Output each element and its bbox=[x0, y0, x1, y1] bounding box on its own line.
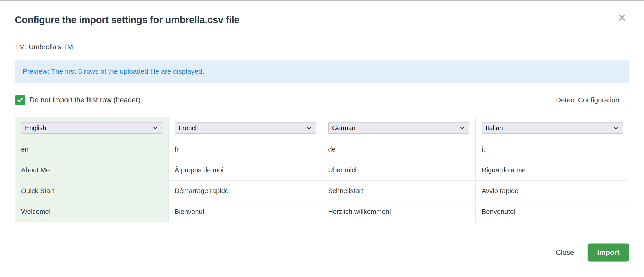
column-1-language-select[interactable]: English bbox=[21, 122, 162, 134]
table-cell: Avvio rapido bbox=[476, 181, 629, 201]
checkmark-icon bbox=[17, 97, 24, 103]
preview-banner: Preview: The first 5 rows of the uploade… bbox=[15, 60, 629, 83]
table-cell: Herzlich willkommen! bbox=[322, 202, 476, 222]
language-select-wrap: Italian bbox=[482, 122, 623, 134]
detect-configuration-button[interactable]: Detect Configuration bbox=[546, 91, 630, 109]
column-4-language-select[interactable]: Italian bbox=[482, 122, 623, 134]
table-cell: Riguardo a me bbox=[476, 160, 629, 180]
column-2-language-select[interactable]: French bbox=[175, 122, 316, 134]
preview-table: English French German bbox=[15, 117, 629, 222]
table-cell: Bienvenu! bbox=[169, 202, 322, 222]
table-cell: Über mich bbox=[322, 160, 476, 180]
import-button[interactable]: Import bbox=[588, 244, 629, 262]
table-cell: Welcome! bbox=[15, 202, 169, 222]
window-top-edge bbox=[0, 0, 644, 0]
table-cell: Schnellstart bbox=[322, 181, 476, 201]
table-row: Welcome! Bienvenu! Herzlich willkommen! … bbox=[15, 201, 629, 222]
column-3-language-select[interactable]: German bbox=[328, 122, 470, 134]
skip-header-checkbox[interactable] bbox=[15, 95, 26, 105]
table-row: About Me À propos de moi Über mich Rigua… bbox=[15, 160, 629, 180]
table-cell: en bbox=[15, 139, 169, 160]
dialog-title: Configure the import settings for umbrel… bbox=[15, 14, 240, 25]
table-header-cell: English bbox=[15, 117, 169, 139]
table-row: Quick Start Démarrage rapide Schnellstar… bbox=[15, 180, 629, 201]
skip-header-option: Do not import the first row (header) bbox=[15, 95, 141, 105]
table-header-cell: Italian bbox=[476, 117, 629, 139]
table-cell: Benvenuto! bbox=[476, 202, 629, 222]
language-select-wrap: French bbox=[175, 122, 316, 134]
table-cell: Quick Start bbox=[15, 181, 169, 201]
table-cell: Démarrage rapide bbox=[169, 181, 322, 201]
table-cell: À propos de moi bbox=[169, 160, 322, 180]
preview-banner-text: Preview: The first 5 rows of the uploade… bbox=[23, 67, 204, 75]
language-select-wrap: German bbox=[328, 122, 470, 134]
close-icon[interactable]: ✕ bbox=[618, 12, 626, 23]
table-cell: fr bbox=[169, 139, 322, 160]
table-cell: About Me bbox=[15, 160, 169, 180]
table-cell: it bbox=[476, 139, 629, 160]
table-header-row: English French German bbox=[15, 117, 629, 139]
language-select-wrap: English bbox=[21, 122, 162, 134]
import-settings-dialog: Configure the import settings for umbrel… bbox=[0, 0, 644, 277]
table-header-cell: German bbox=[322, 117, 476, 139]
dialog-footer: Close Import bbox=[556, 243, 629, 262]
options-row: Do not import the first row (header) Det… bbox=[15, 91, 629, 109]
table-row: en fr de it bbox=[15, 139, 629, 160]
tm-label: TM: Umbrella's TM bbox=[15, 43, 73, 51]
close-button[interactable]: Close bbox=[556, 248, 574, 257]
table-cell: de bbox=[322, 139, 476, 160]
skip-header-label: Do not import the first row (header) bbox=[30, 96, 141, 104]
table-header-cell: French bbox=[169, 117, 322, 139]
